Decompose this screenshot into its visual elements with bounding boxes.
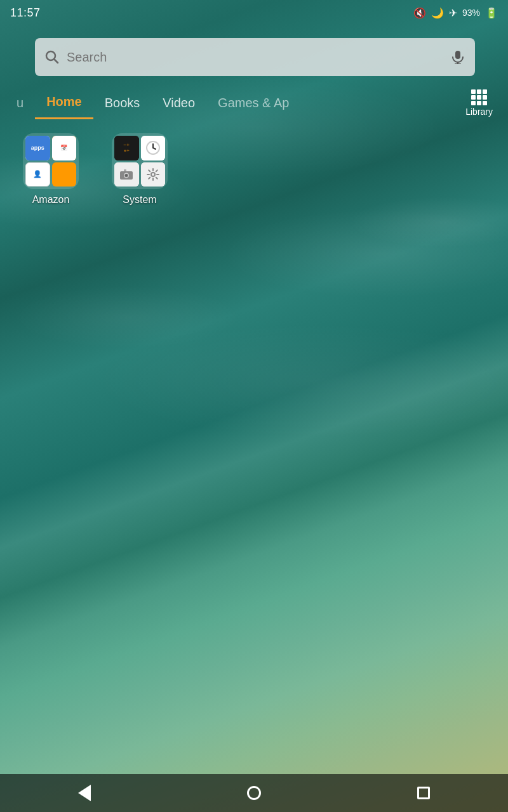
mute-icon: 🔇 xyxy=(413,7,426,19)
library-label: Library xyxy=(465,107,493,117)
amazon-contacts-icon: 👤 xyxy=(25,162,50,187)
system-camera-icon xyxy=(114,162,139,187)
library-button[interactable]: Library xyxy=(455,87,503,119)
home-icon xyxy=(247,786,261,800)
library-grid-icon xyxy=(471,89,487,105)
home-button[interactable] xyxy=(238,780,270,806)
app-icons: apps 📅 👤 Amazon −+×÷ xyxy=(19,133,171,206)
amazon-folder-grid: apps 📅 👤 xyxy=(23,133,79,189)
svg-line-1 xyxy=(55,60,58,63)
system-settings-icon xyxy=(141,162,166,187)
system-folder-grid: −+×÷ xyxy=(112,133,168,189)
battery-icon: 🔋 xyxy=(485,7,498,19)
amazon-folder[interactable]: apps 📅 👤 Amazon xyxy=(19,133,83,206)
mic-icon[interactable] xyxy=(451,50,465,64)
svg-point-12 xyxy=(151,173,155,176)
recents-button[interactable] xyxy=(408,780,439,806)
tab-books[interactable]: Books xyxy=(93,86,152,119)
system-label: System xyxy=(123,194,156,206)
tab-video[interactable]: Video xyxy=(151,86,206,119)
tab-partial-left[interactable]: u xyxy=(5,86,35,119)
system-folder[interactable]: −+×÷ xyxy=(108,133,171,206)
search-bar[interactable] xyxy=(35,38,475,76)
recents-icon xyxy=(417,787,430,799)
amazon-label: Amazon xyxy=(32,194,70,206)
svg-point-10 xyxy=(125,174,128,177)
status-icons: 🔇 🌙 ✈ 93% 🔋 xyxy=(413,7,498,19)
bottom-nav xyxy=(0,774,508,812)
battery-text: 93% xyxy=(462,8,480,18)
status-time: 11:57 xyxy=(10,6,41,20)
wallpaper xyxy=(0,0,508,812)
tab-home[interactable]: Home xyxy=(35,86,93,119)
amazon-apps-icon: apps xyxy=(25,136,50,160)
svg-rect-2 xyxy=(455,51,460,59)
airplane-icon: ✈ xyxy=(449,7,457,19)
status-bar: 11:57 🔇 🌙 ✈ 93% 🔋 xyxy=(0,0,508,25)
nav-tabs: u Home Books Video Games & Ap Library xyxy=(0,86,508,119)
search-icon xyxy=(45,50,59,64)
back-icon xyxy=(78,785,91,801)
back-button[interactable] xyxy=(69,780,100,806)
amazon-orange-icon xyxy=(52,162,77,187)
tab-games[interactable]: Games & Ap xyxy=(206,86,300,119)
system-clock-icon xyxy=(141,136,166,160)
moon-icon: 🌙 xyxy=(431,7,444,19)
svg-rect-11 xyxy=(124,169,126,171)
system-calc-icon: −+×÷ xyxy=(114,136,139,160)
search-input[interactable] xyxy=(67,50,451,65)
amazon-calendar-icon: 📅 xyxy=(52,136,77,160)
